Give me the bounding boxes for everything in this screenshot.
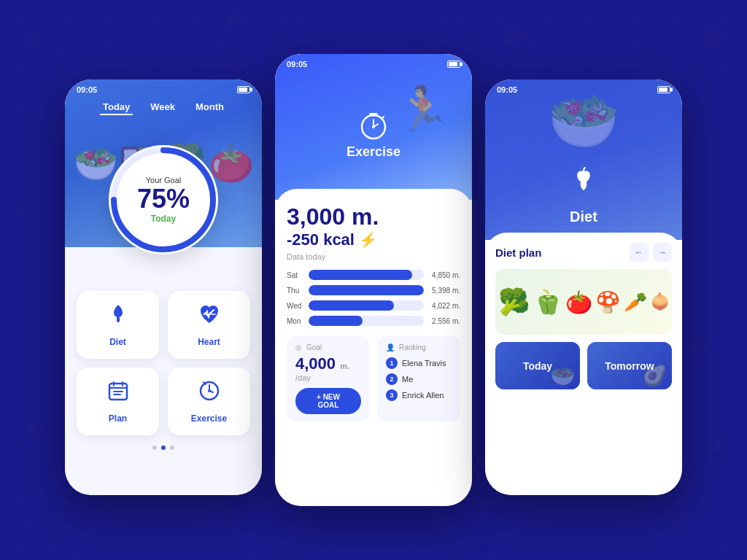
svg-line-19 — [382, 117, 384, 118]
ranking-item-3: 3 Enrick Allen — [386, 389, 452, 401]
today-btn-food: 🥗 — [550, 364, 576, 388]
goal-per: /day — [295, 373, 361, 382]
diet-tomorrow-button[interactable]: 🥑 Tomorrow — [587, 342, 672, 389]
diet-food-emoji: 🥗 — [547, 87, 620, 155]
diet-header-bg: 🥗 Diet — [485, 79, 682, 240]
bar-value-wed: 4,022 m. — [430, 302, 460, 310]
ranking-icon: 👤 — [386, 343, 395, 351]
exercise-main-content: 3,000 m. -250 kcal ⚡ Data today Sat 4,85… — [275, 189, 472, 506]
screens-container: 🥗🍱🥦🍅 09:05 Today Week Month — [0, 0, 747, 560]
diet-status-bar: 09:05 — [485, 79, 682, 97]
rank-2-name: Me — [402, 375, 413, 384]
home-nav-tabs: Today Week Month — [65, 100, 262, 115]
heart-label: Heart — [198, 337, 220, 347]
goal-circle-container: Your Goal 75% Today — [109, 145, 218, 254]
rank-2-number: 2 — [386, 373, 398, 385]
diet-prev-arrow[interactable]: ← — [630, 243, 649, 262]
ranking-item-1: 1 Elena Travis — [386, 357, 452, 369]
menu-item-plan[interactable]: Plan — [77, 368, 159, 435]
bar-value-thu: 5,398 m. — [430, 287, 460, 295]
dot-3 — [170, 446, 174, 450]
diet-day-buttons: 🥗 Today 🥑 Tomorrow — [495, 342, 672, 389]
tomorrow-btn-label: Tomorrow — [605, 360, 654, 372]
bar-fill-thu — [309, 285, 424, 295]
goal-circle: Your Goal 75% Today — [109, 145, 218, 254]
exercise-battery-icon — [447, 61, 460, 68]
page-dots — [77, 446, 250, 450]
diet-time: 09:05 — [497, 85, 517, 94]
home-main-content: Diet Heart — [65, 247, 262, 495]
bar-fill-wed — [309, 300, 394, 311]
diet-plan-header: Diet plan ← → — [495, 243, 672, 262]
rank-1-name: Elena Travis — [402, 359, 446, 368]
plan-icon — [107, 379, 130, 408]
bar-fill-mon — [309, 316, 363, 326]
menu-item-heart[interactable]: Heart — [168, 291, 250, 359]
data-today-label: Data today — [287, 252, 460, 261]
diet-plan-title: Diet plan — [495, 246, 541, 259]
exercise-title: Exercise — [347, 144, 400, 160]
bar-row-wed: Wed 4,022 m. — [287, 300, 460, 311]
bar-track-thu — [309, 285, 424, 295]
goal-icon: ◎ — [295, 343, 302, 351]
diet-food-image: 🥦 🫑 🍅 🍄 🥕 🧅 — [495, 269, 672, 335]
home-tab-week[interactable]: Week — [147, 100, 178, 115]
goal-circle-text: Your Goal 75% Today — [137, 176, 190, 224]
exercise-time: 09:05 — [287, 60, 307, 69]
diet-today-button[interactable]: 🥗 Today — [495, 342, 580, 389]
exercise-bottom: ◎ Goal 4,000 m. /day + NEW GOAL 👤 Rankin… — [287, 336, 460, 421]
goal-box-label: ◎ Goal — [295, 343, 361, 351]
diet-battery — [657, 86, 670, 93]
diet-icon — [107, 303, 130, 331]
diet-next-arrow[interactable]: → — [653, 243, 672, 262]
diet-battery-icon — [657, 86, 670, 93]
exercise-label: Exercise — [191, 413, 227, 424]
exercise-distance: 3,000 m. — [287, 203, 460, 230]
home-menu-grid: Diet Heart — [77, 291, 250, 435]
ranking-item-2: 2 Me — [386, 373, 452, 385]
bar-track-wed — [309, 300, 424, 311]
heart-icon — [198, 303, 221, 331]
diet-nav-arrows: ← → — [630, 243, 672, 262]
bar-track-sat — [309, 270, 424, 280]
exercise-stopwatch-icon — [357, 109, 390, 144]
new-goal-button[interactable]: + NEW GOAL — [295, 388, 361, 414]
diet-title: Diet — [570, 209, 597, 225]
ranking-box: 👤 Ranking 1 Elena Travis 2 Me 3 Enrick A… — [377, 336, 460, 421]
bar-day-wed: Wed — [287, 302, 303, 310]
dot-2 — [161, 446, 166, 450]
bar-row-mon: Mon 2,556 m. — [287, 316, 460, 326]
menu-item-exercise[interactable]: Exercise — [168, 368, 250, 435]
rank-3-number: 3 — [386, 389, 398, 401]
home-status-bar: 09:05 — [65, 79, 262, 97]
bar-track-mon — [309, 316, 424, 326]
exercise-screen: 🏃 Exercise 09:05 — [275, 54, 472, 506]
menu-item-diet[interactable]: Diet — [77, 291, 159, 359]
bar-value-sat: 4,850 m. — [430, 271, 460, 279]
rank-3-name: Enrick Allen — [402, 391, 444, 400]
exercise-header-bg: 🏃 Exercise — [275, 54, 472, 200]
home-screen: 🥗🍱🥦🍅 09:05 Today Week Month — [65, 79, 262, 495]
bar-row-thu: Thu 5,398 m. — [287, 285, 460, 295]
bar-day-sat: Sat — [287, 271, 303, 279]
svg-rect-2 — [117, 316, 120, 322]
rank-1-number: 1 — [386, 357, 398, 369]
diet-label: Diet — [109, 337, 126, 347]
exercise-bar-chart: Sat 4,850 m. Thu 5,398 m. Wed — [287, 270, 460, 326]
bar-day-mon: Mon — [287, 317, 303, 325]
diet-screen: 🥗 Diet 09:05 Diet plan ← — [485, 79, 682, 495]
exercise-status-bar: 09:05 — [275, 54, 472, 71]
home-time: 09:05 — [77, 85, 97, 94]
home-tab-today[interactable]: Today — [100, 100, 133, 115]
diet-apple-icon — [568, 166, 600, 204]
goal-percent: 75% — [137, 186, 190, 212]
exercise-icon — [198, 379, 221, 408]
today-btn-label: Today — [523, 360, 552, 372]
lightning-icon: ⚡ — [359, 231, 377, 249]
ranking-label: 👤 Ranking — [386, 343, 452, 351]
goal-today: Today — [137, 214, 190, 224]
goal-value: 4,000 m. — [295, 354, 361, 373]
home-battery-icon — [237, 86, 250, 93]
runner-icon: 🏃 — [395, 83, 450, 135]
home-tab-month[interactable]: Month — [193, 100, 227, 115]
